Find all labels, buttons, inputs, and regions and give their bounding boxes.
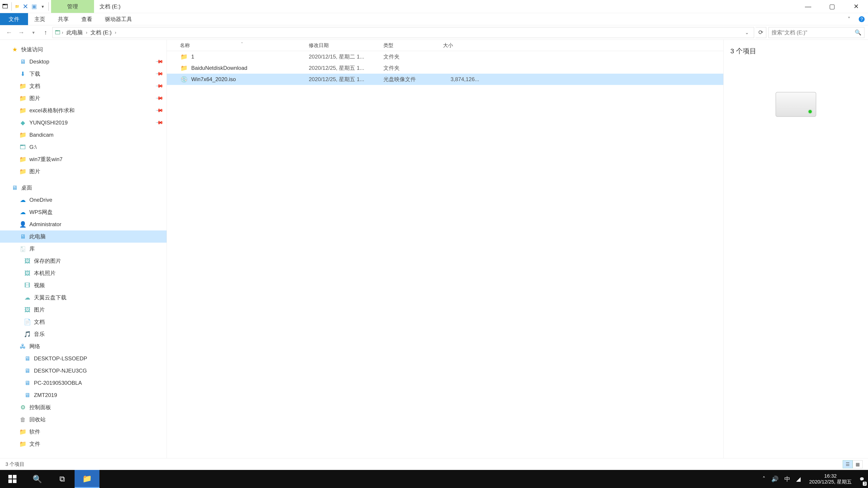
nav-control-panel[interactable]: ⚙控制面板 [0,401,166,414]
nav-software[interactable]: 📁软件 [0,426,166,438]
start-button[interactable] [0,470,25,488]
nav-documents2[interactable]: 📄文档 [0,316,166,328]
nav-wps[interactable]: ☁WPS网盘 [0,206,166,218]
details-pane: 3 个项目 [723,40,868,458]
network-icon: 🖧 [19,343,27,350]
file-tab[interactable]: 文件 [0,13,28,25]
drive-tools-tab[interactable]: 驱动器工具 [98,13,138,25]
nav-pictures[interactable]: 📁图片📌 [0,92,166,104]
nav-desktop-zh[interactable]: 🖥桌面 [0,182,166,194]
column-name[interactable]: 名称˄ [180,42,309,49]
nav-videos[interactable]: 🎞视频 [0,279,166,291]
breadcrumb-drive[interactable]: 文档 (E:) [89,29,113,36]
tray-app-icon[interactable]: ◢ [796,476,801,483]
pc-icon: 🖥 [24,391,31,399]
column-date[interactable]: 修改日期 [309,42,383,49]
nav-music[interactable]: 🎵音乐 [0,328,166,340]
nav-gdrive[interactable]: 🗔G:\ [0,141,166,153]
address-dropdown-icon[interactable]: ⌄ [742,30,752,35]
nav-this-pc[interactable]: 🖥此电脑 [0,230,166,242]
tray-chevron-icon[interactable]: ˄ [763,476,765,483]
maximize-button[interactable]: ▢ [820,0,844,13]
nav-pictures3[interactable]: 🖼图片 [0,304,166,316]
view-tab[interactable]: 查看 [75,13,98,25]
chevron-right-icon[interactable]: › [86,30,88,35]
qat-properties-icon[interactable]: 📁 [15,4,20,8]
nav-desktop[interactable]: 🖥Desktop📌 [0,56,166,68]
picture-icon: 🖼 [24,257,31,265]
app-icon: ◆ [19,119,27,127]
file-row[interactable]: 📁BaiduNetdiskDownload2020/12/25, 星期五 1..… [167,62,723,74]
svg-text:?: ? [860,17,863,22]
nav-yunqishi[interactable]: ◆YUNQISHI2019📌 [0,117,166,129]
windows-icon [8,475,17,483]
column-type[interactable]: 类型 [383,42,443,49]
pc-icon: 🖥 [24,379,31,387]
search-input[interactable] [772,29,852,36]
nav-network[interactable]: 🖧网络 [0,340,166,352]
action-center-button[interactable]: 💬 3 [856,470,868,488]
nav-downloads[interactable]: ⬇下载📌 [0,68,166,80]
forward-button[interactable]: → [16,27,27,38]
nav-recycle[interactable]: 🗑回收站 [0,414,166,426]
qat-dropdown-icon[interactable]: ▾ [40,4,45,9]
close-button[interactable]: ✕ [844,0,868,13]
back-button[interactable]: ← [4,27,14,38]
notification-icon: 💬 [860,477,864,481]
ime-indicator[interactable]: 中 [784,475,790,483]
task-view-button[interactable]: ⧉ [50,470,74,488]
search-icon[interactable]: 🔍 [852,29,862,36]
refresh-button[interactable]: ⟳ [755,27,766,38]
column-size[interactable]: 大小 [443,42,484,49]
chevron-right-icon[interactable]: › [62,30,63,35]
ribbon-collapse-icon[interactable]: ˅ [843,13,855,25]
qat-delete-icon[interactable]: ✕ [23,2,28,10]
file-row[interactable]: 📁12020/12/15, 星期二 1...文件夹 [167,51,723,62]
file-type: 文件夹 [383,53,443,60]
details-view-button[interactable]: ☰ [843,460,852,468]
file-row[interactable]: 💿Win7x64_2020.iso2020/12/25, 星期五 1...光盘映… [167,74,723,85]
nav-win7[interactable]: 📁win7重装win7 [0,153,166,165]
history-dropdown-icon[interactable]: ▾ [28,27,39,38]
control-panel-icon: ⚙ [19,403,27,411]
nav-tianyicloud[interactable]: ☁天翼云盘下载 [0,291,166,304]
nav-pc4[interactable]: 🖥ZMT2019 [0,389,166,401]
nav-pc2[interactable]: 🖥DESKTOP-NJEU3CG [0,365,166,377]
pin-icon: 📌 [155,70,164,78]
nav-pc1[interactable]: 🖥DESKTOP-LSSOEDP [0,352,166,365]
up-button[interactable]: ↑ [40,27,51,38]
qat-new-folder-icon[interactable]: ▣ [31,3,37,10]
file-type: 光盘映像文件 [383,76,443,83]
share-tab[interactable]: 共享 [52,13,75,25]
nav-documents[interactable]: 📁文档📌 [0,80,166,92]
explorer-taskbar-button[interactable]: 📁 [74,470,99,488]
svg-rect-2 [8,475,12,479]
folder-icon: 📁 [19,168,27,175]
volume-icon[interactable]: 🔊 [771,476,778,483]
taskbar-clock[interactable]: 16:32 2020/12/25, 星期五 [805,470,856,488]
search-button[interactable]: 🔍 [25,470,50,488]
nav-onedrive[interactable]: ☁OneDrive [0,194,166,206]
nav-files[interactable]: 📁文件 [0,438,166,450]
tiles-view-button[interactable]: ▦ [852,460,863,468]
nav-pc3[interactable]: 🖥PC-20190530OBLA [0,377,166,389]
home-tab[interactable]: 主页 [28,13,52,25]
ribbon-context-tab[interactable]: 管理 [51,0,94,13]
minimize-button[interactable]: — [796,0,820,13]
search-field[interactable]: 🔍 [769,27,864,38]
chevron-right-icon[interactable]: › [115,30,116,35]
address-bar: ← → ▾ ↑ 🗔 › 此电脑 › 文档 (E:) › ⌄ ⟳ 🔍 [0,25,868,40]
nav-camera-roll[interactable]: 🖼本机照片 [0,267,166,279]
nav-library[interactable]: 🀣库 [0,242,166,255]
nav-admin[interactable]: 👤Administrator [0,218,166,230]
nav-pictures2[interactable]: 📁图片 [0,165,166,177]
nav-bandicam[interactable]: 📁Bandicam [0,129,166,141]
nav-excel[interactable]: 📁excel表格制作求和📌 [0,104,166,117]
nav-quick-access[interactable]: ★快速访问 [0,43,166,56]
breadcrumb-this-pc[interactable]: 此电脑 [65,29,85,36]
clock-date: 2020/12/25, 星期五 [809,479,852,485]
video-icon: 🎞 [24,282,31,289]
breadcrumb-bar[interactable]: 🗔 › 此电脑 › 文档 (E:) › ⌄ [53,27,754,38]
nav-saved-pics[interactable]: 🖼保存的图片 [0,255,166,267]
help-button[interactable]: ? [855,13,868,25]
